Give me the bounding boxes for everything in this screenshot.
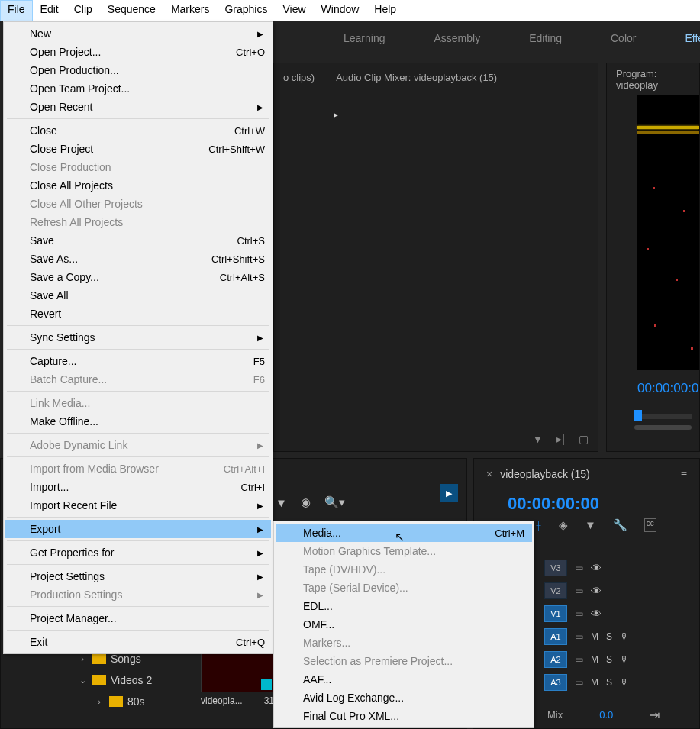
menuitem-open-production[interactable]: Open Production... xyxy=(5,61,271,79)
workspace-learning[interactable]: Learning xyxy=(334,27,395,49)
frame-icon[interactable]: ▭ xyxy=(575,631,583,642)
program-scrubber[interactable] xyxy=(634,414,692,419)
menu-help[interactable]: Help xyxy=(366,0,404,21)
menuitem-revert[interactable]: Revert xyxy=(5,305,271,323)
tree-item-videos-2[interactable]: ⌄Videos 2 xyxy=(7,669,190,691)
audio-track-a3[interactable]: A3▭MS🎙 xyxy=(544,671,629,694)
solo-button[interactable]: S xyxy=(606,654,612,665)
frame-icon[interactable]: ▭ xyxy=(575,608,583,619)
menuitem-open-project[interactable]: Open Project...Ctrl+O xyxy=(5,43,271,61)
source-tab-noclips[interactable]: o clips) xyxy=(283,72,315,83)
view-icon[interactable]: ◉ xyxy=(301,495,311,509)
menu-file[interactable]: File xyxy=(0,0,33,21)
sequence-tab[interactable]: videoplayback (15) xyxy=(500,468,590,480)
close-icon[interactable]: × xyxy=(486,468,492,480)
tree-item-80s[interactable]: ›80s xyxy=(7,691,190,712)
frame-icon[interactable]: ▭ xyxy=(575,585,583,596)
track-toggle[interactable]: V3 xyxy=(544,560,567,576)
solo-button[interactable]: S xyxy=(606,631,612,642)
menuitem-project-settings[interactable]: Project Settings▶ xyxy=(5,567,271,585)
linked-selection-icon[interactable]: ◈ xyxy=(559,518,568,532)
menuitem-import[interactable]: Import...Ctrl+I xyxy=(5,478,271,496)
settings-icon[interactable]: 🔧 xyxy=(613,518,627,532)
menuitem-aaf[interactable]: AAF... xyxy=(276,670,532,689)
audio-track-a1[interactable]: A1▭MS🎙 xyxy=(544,625,629,648)
menuitem-close[interactable]: CloseCtrl+W xyxy=(5,121,271,140)
track-toggle[interactable]: A3 xyxy=(544,674,567,691)
menuitem-close-all-projects[interactable]: Close All Projects xyxy=(5,176,271,195)
chevron-icon[interactable]: ⌄ xyxy=(77,676,88,685)
play-icon[interactable]: ▶ xyxy=(440,484,458,502)
export-frame-icon[interactable]: ▢ xyxy=(579,433,589,445)
voice-icon[interactable]: 🎙 xyxy=(620,631,629,642)
eye-icon[interactable]: 👁 xyxy=(591,562,602,574)
menu-edit[interactable]: Edit xyxy=(33,0,66,21)
filter-icon[interactable]: ▼ xyxy=(276,496,287,509)
program-monitor[interactable] xyxy=(637,95,699,370)
frame-icon[interactable]: ▭ xyxy=(575,563,583,573)
video-track-v3[interactable]: V3▭👁 xyxy=(544,556,629,579)
voice-icon[interactable]: 🎙 xyxy=(620,677,629,688)
menuitem-avid-log-exchange[interactable]: Avid Log Exchange... xyxy=(276,689,532,707)
menuitem-project-manager[interactable]: Project Manager... xyxy=(5,609,271,627)
frame-icon[interactable]: ▭ xyxy=(575,654,583,665)
menuitem-save-all[interactable]: Save All xyxy=(5,286,271,305)
menuitem-make-offline[interactable]: Make Offline... xyxy=(5,412,271,431)
menuitem-export[interactable]: Export▶ xyxy=(5,520,271,538)
solo-button[interactable]: S xyxy=(606,677,612,688)
clip-thumbnail[interactable]: videopla...31 xyxy=(201,650,274,706)
eye-icon[interactable]: 👁 xyxy=(591,608,602,620)
menuitem-edl[interactable]: EDL... xyxy=(276,597,532,615)
menuitem-new[interactable]: New▶ xyxy=(5,24,271,43)
program-zoom-bar[interactable] xyxy=(634,425,692,430)
menuitem-open-team-project[interactable]: Open Team Project... xyxy=(5,79,271,98)
search-icon[interactable]: 🔍▾ xyxy=(324,495,345,509)
menuitem-capture[interactable]: Capture...F5 xyxy=(5,352,271,370)
step-forward-icon[interactable]: ▸| xyxy=(556,433,565,445)
captions-icon[interactable]: cc xyxy=(644,518,656,532)
menuitem-omf[interactable]: OMF... xyxy=(276,615,532,634)
mute-button[interactable]: M xyxy=(591,654,598,665)
menu-clip[interactable]: Clip xyxy=(66,0,100,21)
menuitem-close-project[interactable]: Close ProjectCtrl+Shift+W xyxy=(5,140,271,158)
voice-icon[interactable]: 🎙 xyxy=(620,654,629,665)
workspace-effe[interactable]: Effe xyxy=(676,27,700,49)
program-tab[interactable]: Program: videoplay xyxy=(607,63,699,86)
audio-track-a2[interactable]: A2▭MS🎙 xyxy=(544,648,629,671)
menuitem-open-recent[interactable]: Open Recent▶ xyxy=(5,98,271,116)
panel-menu-icon[interactable]: ▸ xyxy=(334,109,347,123)
filter-icon[interactable]: ▼ xyxy=(533,433,544,445)
workspace-color[interactable]: Color xyxy=(602,27,645,49)
menuitem-import-recent-file[interactable]: Import Recent File▶ xyxy=(5,496,271,514)
menuitem-save[interactable]: SaveCtrl+S xyxy=(5,231,271,250)
snap-icon[interactable]: ⟊ xyxy=(535,518,542,532)
mute-button[interactable]: M xyxy=(591,631,598,642)
frame-icon[interactable]: ▭ xyxy=(575,677,583,688)
menuitem-final-cut-pro-xml[interactable]: Final Cut Pro XML... xyxy=(276,707,532,725)
eye-icon[interactable]: 👁 xyxy=(591,585,602,597)
track-toggle[interactable]: V2 xyxy=(544,582,567,599)
video-track-v2[interactable]: V2▭👁 xyxy=(544,579,629,602)
track-toggle[interactable]: A2 xyxy=(544,651,567,668)
menu-graphics[interactable]: Graphics xyxy=(217,0,275,21)
menuitem-exit[interactable]: ExitCtrl+Q xyxy=(5,633,271,651)
playhead-icon[interactable] xyxy=(634,410,642,421)
menu-markers[interactable]: Markers xyxy=(163,0,218,21)
menuitem-sync-settings[interactable]: Sync Settings▶ xyxy=(5,328,271,347)
marker-icon[interactable]: ▼ xyxy=(585,518,596,532)
track-toggle[interactable]: V1 xyxy=(544,605,567,622)
program-timecode[interactable]: 00:00:00:00 xyxy=(637,381,700,396)
menuitem-media[interactable]: Media...Ctrl+M xyxy=(276,524,532,542)
menuitem-save-as[interactable]: Save As...Ctrl+Shift+S xyxy=(5,250,271,268)
menu-window[interactable]: Window xyxy=(314,0,367,21)
menu-sequence[interactable]: Sequence xyxy=(100,0,163,21)
video-track-v1[interactable]: V1▭👁 xyxy=(544,602,629,625)
panel-menu-icon[interactable]: ≡ xyxy=(681,468,687,480)
menuitem-save-a-copy[interactable]: Save a Copy...Ctrl+Alt+S xyxy=(5,268,271,286)
menuitem-get-properties-for[interactable]: Get Properties for▶ xyxy=(5,544,271,562)
expand-icon[interactable]: ⇥ xyxy=(650,708,660,722)
audio-clip-mixer-tab[interactable]: Audio Clip Mixer: videoplayback (15) xyxy=(336,72,497,83)
track-toggle[interactable]: A1 xyxy=(544,628,567,645)
workspace-editing[interactable]: Editing xyxy=(520,27,571,49)
mute-button[interactable]: M xyxy=(591,677,598,688)
